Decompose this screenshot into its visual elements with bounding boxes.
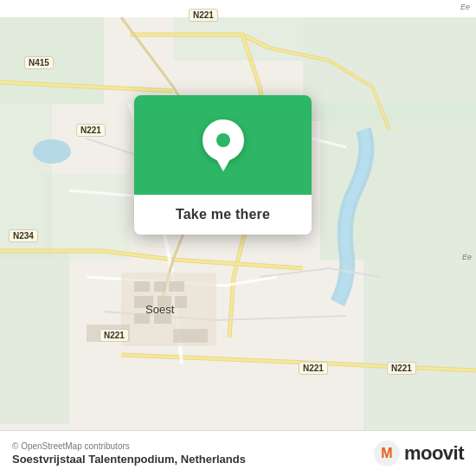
svg-rect-4 — [0, 251, 69, 424]
svg-rect-16 — [175, 296, 187, 308]
svg-rect-19 — [173, 329, 208, 343]
road-label-n234: N234 — [9, 229, 38, 242]
moovit-icon: M — [373, 440, 401, 467]
road-label-n221-bottom-left: N221 — [100, 329, 129, 342]
location-name: Soestvrijstaal Talentenpodium, Netherlan… — [12, 453, 246, 466]
road-label-n221-bottom-right: N221 — [387, 362, 416, 375]
svg-rect-12 — [154, 281, 166, 292]
edge-label-ee-right: Ee — [462, 253, 472, 261]
bottom-bar: © OpenStreetMap contributors Soestvrijst… — [0, 430, 476, 476]
location-pin — [203, 119, 244, 171]
svg-rect-5 — [173, 17, 303, 61]
svg-point-9 — [33, 139, 71, 164]
copyright-text: © OpenStreetMap contributors — [12, 441, 246, 451]
svg-rect-11 — [134, 281, 150, 292]
svg-text:M: M — [381, 446, 392, 460]
road-label-n221-left: N221 — [76, 124, 106, 137]
moovit-logo: M moovit — [373, 440, 464, 467]
edge-label-ee-top: Ee — [460, 3, 470, 11]
take-me-there-button[interactable]: Take me there — [134, 195, 312, 235]
pin-circle-outer — [203, 119, 244, 161]
map-container: N221 N415 N221 N234 N221 N221 N221 Ee Ee… — [0, 0, 476, 476]
moovit-text: moovit — [404, 442, 464, 465]
pin-tail — [216, 159, 230, 171]
svg-rect-6 — [43, 173, 130, 260]
town-label-soest: Soest — [145, 303, 174, 316]
svg-rect-8 — [363, 260, 476, 459]
svg-rect-13 — [169, 281, 184, 292]
road-label-n221-top: N221 — [189, 9, 218, 22]
bottom-left: © OpenStreetMap contributors Soestvrijst… — [12, 441, 246, 466]
road-label-n221-bottom-mid: N221 — [299, 362, 328, 375]
popup-green-section — [134, 95, 312, 195]
popup-card: Take me there — [134, 95, 312, 235]
road-label-n415: N415 — [24, 56, 54, 69]
pin-circle-inner — [216, 133, 230, 147]
